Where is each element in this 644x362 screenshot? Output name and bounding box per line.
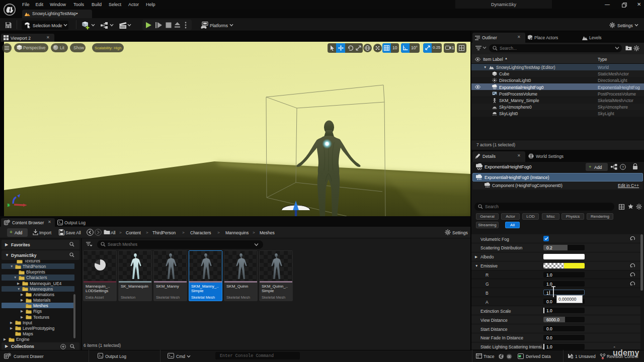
svg-text:?: ? [622,165,624,169]
